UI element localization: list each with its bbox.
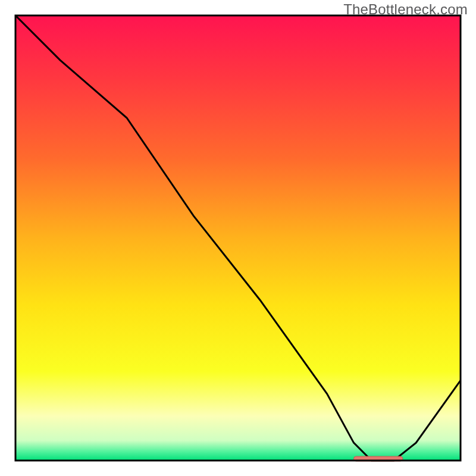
gradient-background — [15, 15, 461, 461]
chart-svg — [0, 0, 476, 476]
plot-area — [15, 15, 461, 461]
chart-container: TheBottleneck.com — [0, 0, 476, 476]
